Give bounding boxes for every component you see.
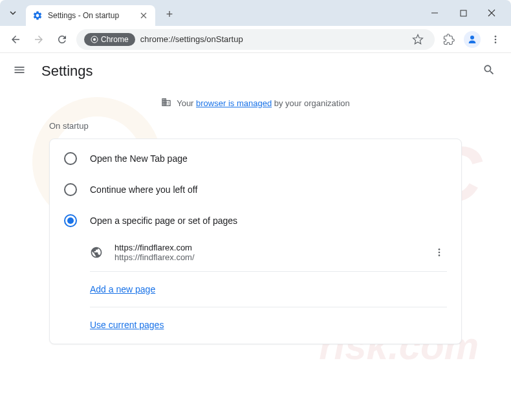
tab-title: Settings - On startup (48, 11, 138, 20)
divider (90, 271, 447, 272)
maximize-button[interactable] (454, 4, 472, 22)
svg-point-4 (470, 36, 474, 39)
radio-new-tab[interactable]: Open the New Tab page (50, 143, 461, 174)
svg-point-8 (439, 249, 440, 250)
settings-header: Settings (0, 53, 511, 89)
settings-gear-icon (32, 10, 43, 21)
use-current-row: Use current pages (50, 310, 461, 340)
profile-button[interactable] (463, 30, 481, 49)
svg-rect-1 (461, 10, 466, 16)
back-button[interactable] (6, 30, 25, 49)
bookmark-star-icon[interactable] (409, 30, 427, 49)
url-text: chrome://settings/onStartup (140, 34, 243, 44)
startup-card: Open the New Tab page Continue where you… (49, 138, 462, 344)
divider (90, 307, 447, 307)
add-page-row: Add a new page (50, 274, 461, 304)
radio-icon (64, 214, 77, 227)
radio-specific-pages[interactable]: Open a specific page or set of pages (50, 205, 461, 236)
svg-point-7 (495, 41, 497, 43)
chrome-chip: Chrome (84, 33, 135, 46)
add-page-link[interactable]: Add a new page (90, 284, 155, 294)
managed-text: Your browser is managed by your organiza… (177, 98, 350, 108)
radio-icon (64, 183, 77, 196)
tab-search-dropdown[interactable] (5, 5, 21, 21)
browser-toolbar: Chrome chrome://settings/onStartup (0, 26, 511, 53)
radio-icon (64, 152, 77, 165)
svg-point-5 (495, 36, 497, 38)
svg-point-6 (495, 38, 497, 40)
more-actions-icon[interactable] (431, 245, 447, 260)
minimize-button[interactable] (426, 4, 444, 22)
page-title: Settings (41, 63, 93, 80)
radio-label: Open the New Tab page (90, 153, 188, 164)
browser-tab[interactable]: Settings - On startup (26, 5, 155, 26)
svg-point-9 (439, 252, 440, 254)
avatar-icon (464, 31, 481, 48)
building-icon (161, 97, 171, 109)
address-bar[interactable]: Chrome chrome://settings/onStartup (76, 29, 435, 50)
svg-point-3 (93, 38, 96, 41)
page-entry-title: https://findflarex.com (114, 243, 431, 252)
section-label: On startup (0, 121, 511, 138)
svg-point-10 (439, 254, 440, 256)
titlebar: Settings - On startup + (0, 0, 511, 26)
browser-menu-icon[interactable] (486, 30, 505, 49)
close-window-button[interactable] (483, 4, 501, 22)
radio-label: Open a specific page or set of pages (90, 216, 237, 226)
close-tab-icon[interactable] (138, 10, 149, 21)
window-controls (426, 4, 506, 22)
forward-button[interactable] (30, 30, 48, 49)
chrome-chip-label: Chrome (101, 35, 129, 44)
managed-link[interactable]: browser is managed (196, 98, 272, 108)
page-entry-url: https://findflarex.com/ (114, 252, 431, 262)
hamburger-menu-icon[interactable] (13, 63, 28, 79)
page-info: https://findflarex.com https://findflare… (114, 243, 431, 262)
use-current-link[interactable]: Use current pages (90, 320, 164, 330)
new-tab-button[interactable]: + (160, 5, 179, 23)
search-icon[interactable] (483, 63, 498, 79)
managed-banner: Your browser is managed by your organiza… (0, 89, 511, 121)
globe-icon (90, 246, 103, 259)
reload-button[interactable] (53, 30, 71, 49)
startup-page-row: https://findflarex.com https://findflare… (50, 236, 461, 269)
radio-continue[interactable]: Continue where you left off (50, 174, 461, 205)
extensions-icon[interactable] (440, 30, 458, 49)
radio-label: Continue where you left off (90, 184, 197, 195)
